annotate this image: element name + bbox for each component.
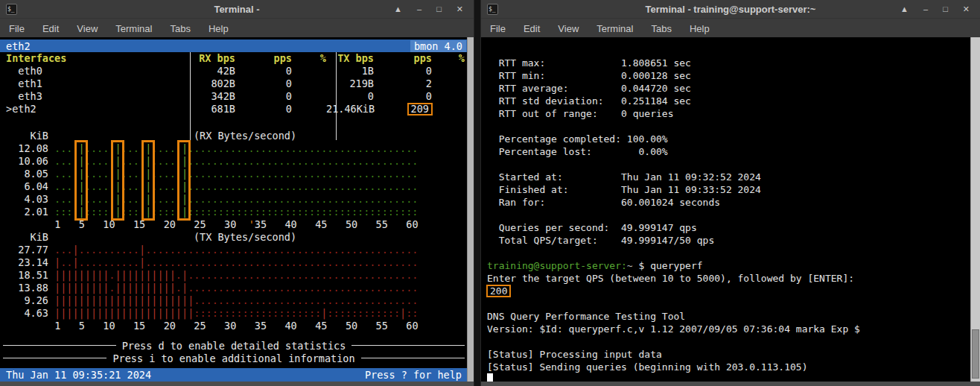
column-header: Interfaces — [6, 52, 185, 65]
terminal-line — [487, 373, 971, 382]
interface-row-eth1[interactable]: eth1802B0219B2 — [0, 77, 468, 90]
menubar-right: FileEditViewTerminalTabsHelp — [481, 19, 980, 39]
terminal-line — [487, 158, 971, 171]
divider — [351, 345, 465, 346]
hint-detailed-stats: Press d to enable detailed statistics — [0, 339, 468, 352]
bmon-terminal-content[interactable]: eth2 bmon 4.0 InterfacesRX bpspps%TX bps… — [0, 37, 468, 382]
terminal-line: Started at: Thu Jan 11 09:32:52 2024 — [487, 171, 971, 183]
window-bmon: $_ Terminal - ▲ – □ ✕ FileEditViewTermin… — [0, 0, 474, 386]
graph-row: 4.63 |||||||||||||||||||||||::::::::::::… — [6, 307, 468, 320]
menu-item-tabs[interactable]: Tabs — [170, 23, 190, 34]
highlight-box-spike — [74, 140, 88, 221]
menu-item-terminal[interactable]: Terminal — [596, 23, 633, 34]
menu-item-edit[interactable]: Edit — [524, 23, 540, 34]
highlight-box-spike — [141, 140, 155, 221]
y-tick-label: 12.08 — [6, 142, 54, 154]
highlight-box-spike — [177, 140, 191, 221]
stat-value: 0 — [235, 90, 292, 103]
maximize-icon[interactable]: □ — [436, 4, 442, 14]
minimize-icon[interactable]: – — [923, 4, 928, 14]
stat-value: 209 — [374, 103, 432, 116]
stat-value: 0 — [235, 65, 292, 77]
interface-row-eth2[interactable]: >eth2681B021.46KiB209 — [0, 103, 468, 116]
interface-row-eth3[interactable]: eth3342B000 — [0, 90, 468, 103]
stat-value: 219B — [326, 77, 374, 90]
y-tick-label: 2.01 — [6, 206, 54, 218]
stat-value: 0 — [235, 77, 292, 90]
stat-value — [432, 77, 465, 90]
close-icon[interactable]: ✕ — [456, 4, 463, 14]
scrollbar-left-terminal[interactable] — [467, 37, 474, 382]
graph-title-row: KiB (TX Bytes/second) — [6, 231, 468, 244]
terminal-line — [487, 120, 971, 133]
terminal-line: Finished at: Thu Jan 11 09:33:52 2024 — [487, 183, 971, 196]
bmon-table-header: InterfacesRX bpspps%TX bpspps% — [0, 52, 468, 65]
interface-row-eth0[interactable]: eth042B01B0 — [0, 65, 468, 77]
shade-icon[interactable]: ▲ — [394, 4, 402, 14]
terminal-line: RTT out of range: 0 queries — [487, 107, 971, 120]
graph-row: 9.26 |||||||||||||||||||||||............… — [6, 294, 468, 307]
tx-graph: KiB (TX Bytes/second) 27.77 ...|........… — [0, 231, 468, 332]
y-tick-label: 9.26 — [6, 294, 54, 306]
bmon-status-bar: Thu Jan 11 09:35:21 2024 Press ? for hel… — [0, 368, 468, 382]
terminal-line — [487, 209, 971, 221]
y-tick-label: 13.88 — [6, 282, 54, 294]
stat-value: 42B — [185, 65, 235, 77]
interface-name: eth0 — [6, 65, 185, 77]
terminal-line — [487, 335, 971, 348]
y-tick-label: 27.77 — [6, 244, 54, 256]
titlebar-left[interactable]: $_ Terminal - ▲ – □ ✕ — [0, 0, 474, 19]
highlight-box-qps-input: 200 — [486, 285, 511, 297]
stat-value: 1B — [326, 65, 374, 77]
scrollbar-right-terminal[interactable] — [970, 37, 980, 382]
menu-item-view[interactable]: View — [558, 23, 579, 34]
text-cursor — [487, 373, 493, 382]
terminal-line: training@support-server:~ $ queryperf — [487, 259, 971, 272]
bmon-current-interface: eth2 — [6, 40, 31, 52]
titlebar-right[interactable]: $_ Terminal - training@support-server:~ … — [481, 0, 980, 19]
hint-additional-info: Press i to enable additional information — [0, 352, 468, 364]
menu-item-tabs[interactable]: Tabs — [651, 23, 671, 34]
terminal-line — [487, 297, 971, 310]
column-header: % — [292, 52, 326, 65]
terminal-line: Percentage completed: 100.00% — [487, 133, 971, 145]
y-tick-label: 23.14 — [6, 256, 54, 268]
stat-value — [292, 90, 326, 103]
highlight-box-spike — [111, 140, 124, 221]
interface-name: >eth2 — [6, 103, 185, 116]
menu-item-file[interactable]: File — [490, 23, 506, 34]
highlight-box-tx-pps: 209 — [407, 103, 433, 116]
maximize-icon[interactable]: □ — [943, 4, 948, 14]
divider — [361, 358, 465, 358]
menu-item-view[interactable]: View — [77, 23, 98, 34]
terminal-line: [Status] Sending queries (beginning with… — [487, 361, 971, 373]
stat-value: 0 — [374, 90, 432, 103]
divider — [3, 358, 106, 358]
column-header: pps — [235, 52, 292, 65]
menu-item-edit[interactable]: Edit — [42, 23, 59, 34]
graph-row: 13.88 |||||||||.||||||||||.|............… — [6, 282, 468, 294]
terminal-line: RTT min: 0.000128 sec — [487, 69, 971, 82]
menu-item-help[interactable]: Help — [690, 23, 710, 34]
menu-item-file[interactable]: File — [9, 23, 25, 34]
bmon-version-badge: bmon 4.0 — [410, 40, 466, 52]
x-axis-labels: 1 5 10 15 20 25 30 35 40 45 50 55 60 — [6, 320, 468, 332]
window-bottom-edge — [481, 382, 980, 386]
terminal-line: [Status] Processing input data — [487, 348, 971, 361]
shell-terminal-content[interactable]: RTT max: 1.808651 sec RTT min: 0.000128 … — [481, 37, 971, 382]
menu-item-terminal[interactable]: Terminal — [115, 23, 152, 34]
window-shell: $_ Terminal - training@support-server:~ … — [481, 0, 980, 386]
column-header: pps — [374, 52, 432, 65]
scrollbar-thumb[interactable] — [972, 329, 979, 379]
shade-icon[interactable]: ▲ — [900, 4, 909, 14]
close-icon[interactable]: ✕ — [963, 4, 970, 14]
graph-row: 23.14 |..|..........|...................… — [6, 256, 468, 269]
terminal-line: Enter the target QPS (between 10 to 5000… — [487, 272, 971, 285]
minimize-icon[interactable]: – — [417, 4, 421, 14]
stat-value: 681B — [185, 103, 235, 116]
terminal-line: RTT std deviation: 0.251184 sec — [487, 95, 971, 107]
terminal-line: Version: $Id: queryperf.c,v 1.12 2007/09… — [487, 323, 971, 335]
y-tick-label: 4.63 — [6, 307, 54, 319]
menu-item-help[interactable]: Help — [209, 23, 229, 34]
stat-value: 0 — [235, 103, 292, 116]
